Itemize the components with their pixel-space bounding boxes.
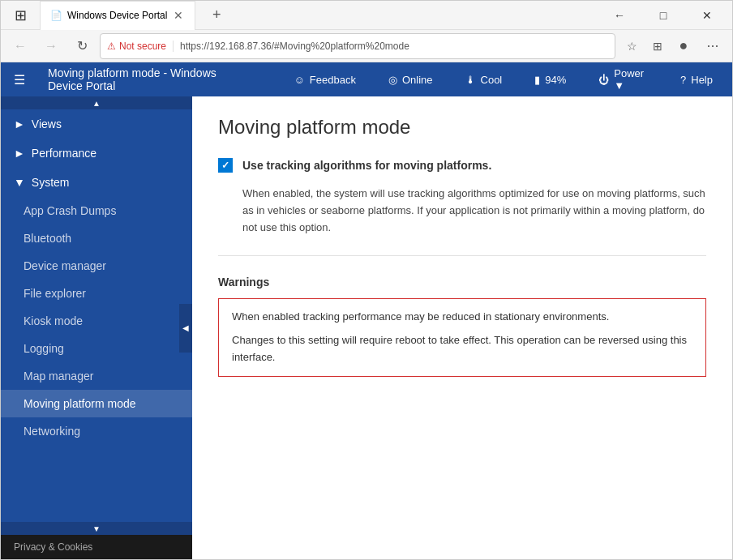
favorites-button[interactable]: ☆	[620, 35, 643, 58]
feedback-button[interactable]: ☺ Feedback	[288, 71, 362, 89]
warnings-title: Warnings	[218, 276, 706, 289]
nav-section: ► Views ► Performance ▼ System App	[1, 109, 192, 445]
networking-label: Networking	[24, 425, 80, 438]
feedback-icon: ☺	[294, 74, 305, 86]
app-header-title: Moving platform mode - Windows Device Po…	[48, 66, 249, 92]
temp-icon: 🌡	[465, 74, 476, 86]
help-icon: ?	[680, 74, 686, 86]
online-icon: ◎	[388, 74, 397, 86]
online-status: ◎ Online	[382, 71, 439, 89]
battery-label: 94%	[545, 74, 566, 86]
sidebar-item-views[interactable]: ► Views	[1, 109, 192, 139]
nav-bar: ← → ↻ ⚠ Not secure https://192.168.87.36…	[1, 30, 732, 62]
online-label: Online	[402, 74, 433, 86]
temp-label: Cool	[481, 74, 503, 86]
battery-icon: ▮	[534, 74, 540, 86]
window-controls: ⊞	[7, 3, 33, 28]
map-manager-label: Map manager	[24, 370, 93, 383]
scroll-up-arrow[interactable]: ▲	[1, 96, 192, 109]
tab-favicon: 📄	[50, 10, 62, 21]
main-content: Moving platform mode Use tracking algori…	[192, 96, 732, 559]
power-button[interactable]: ⏻ Power ▼	[592, 64, 654, 95]
new-tab-btn[interactable]: +	[202, 1, 231, 30]
nav-icons: ☆ ⊞ ●	[620, 35, 695, 58]
maximize-button[interactable]: □	[645, 3, 682, 28]
tracking-checkbox-label: Use tracking algorithms for moving platf…	[242, 159, 491, 172]
system-arrow-icon: ▼	[14, 176, 25, 189]
profile-button[interactable]: ●	[672, 35, 695, 58]
app-crash-dumps-label: App Crash Dumps	[24, 204, 116, 217]
tracking-checkbox[interactable]	[218, 158, 233, 173]
security-badge: ⚠ Not secure	[107, 41, 174, 52]
bluetooth-label: Bluetooth	[24, 232, 71, 245]
warning-icon: ⚠	[107, 41, 116, 52]
app-frame: ☰ Moving platform mode - Windows Device …	[1, 62, 732, 559]
moving-platform-mode-label: Moving platform mode	[24, 397, 136, 410]
privacy-cookies-label: Privacy & Cookies	[14, 541, 92, 553]
warning-box: When enabled tracking performance may be…	[218, 298, 706, 376]
kiosk-mode-label: Kiosk mode	[24, 314, 83, 327]
system-label: System	[32, 176, 70, 189]
help-button[interactable]: ? Help	[674, 71, 719, 89]
warning-line-1: When enabled tracking performance may be…	[232, 309, 692, 326]
refresh-button[interactable]: ↻	[69, 33, 95, 59]
temp-indicator: 🌡 Cool	[459, 71, 509, 89]
minimize-button[interactable]: ←	[601, 3, 638, 28]
title-bar: ⊞ 📄 Windows Device Portal ✕ + ← □ ✕	[1, 1, 732, 30]
sidebar-item-map-manager[interactable]: Map manager	[1, 362, 192, 390]
warning-line-2: Changes to this setting will require reb…	[232, 332, 692, 366]
browser-tab[interactable]: 📄 Windows Device Portal ✕	[40, 1, 195, 30]
sidebar-collapse-button[interactable]: ◀	[179, 304, 192, 353]
hamburger-menu[interactable]: ☰	[14, 72, 25, 88]
file-explorer-label: File explorer	[24, 287, 86, 300]
sidebar-item-kiosk-mode[interactable]: Kiosk mode	[1, 307, 192, 335]
performance-label: Performance	[32, 147, 96, 160]
power-icon: ⏻	[598, 74, 609, 86]
privacy-cookies-link[interactable]: Privacy & Cookies	[1, 535, 192, 559]
app-header: ☰ Moving platform mode - Windows Device …	[1, 62, 732, 96]
tab-close-button[interactable]: ✕	[172, 7, 185, 24]
forward-button[interactable]: →	[38, 33, 64, 59]
sidebar-item-bluetooth[interactable]: Bluetooth	[1, 224, 192, 252]
views-label: Views	[32, 118, 62, 130]
security-label: Not secure	[119, 41, 166, 52]
sidebar-item-networking[interactable]: Networking	[1, 417, 192, 445]
sidebar-item-moving-platform-mode[interactable]: Moving platform mode	[1, 390, 192, 417]
logging-label: Logging	[24, 342, 64, 355]
power-label: Power ▼	[614, 67, 648, 92]
battery-indicator: ▮ 94%	[528, 71, 572, 89]
tracking-checkbox-row: Use tracking algorithms for moving platf…	[218, 158, 706, 173]
app-body: ▲ ► Views ► Performance ▼ Sy	[1, 96, 732, 559]
sidebar-item-device-manager[interactable]: Device manager	[1, 252, 192, 280]
feedback-label: Feedback	[310, 74, 356, 86]
back-button[interactable]: ←	[7, 33, 33, 59]
settings-menu-button[interactable]: ···	[700, 33, 726, 59]
sidebar: ▲ ► Views ► Performance ▼ Sy	[1, 96, 192, 559]
sidebar-item-file-explorer[interactable]: File explorer	[1, 280, 192, 307]
page-title: Moving platform mode	[218, 116, 706, 139]
performance-arrow-icon: ►	[14, 147, 25, 160]
tab-title: Windows Device Portal	[67, 10, 167, 21]
collapse-icon: ◀	[182, 323, 189, 332]
browser-window: ⊞ 📄 Windows Device Portal ✕ + ← □ ✕ ← → …	[0, 0, 733, 560]
sidebar-item-performance[interactable]: ► Performance	[1, 139, 192, 168]
collections-button[interactable]: ⊞	[646, 35, 669, 58]
new-tab-button[interactable]: ⊞	[7, 3, 33, 28]
device-manager-label: Device manager	[24, 259, 106, 272]
close-button[interactable]: ✕	[688, 3, 726, 28]
sidebar-item-logging[interactable]: Logging	[1, 335, 192, 362]
sidebar-item-system[interactable]: ▼ System	[1, 168, 192, 197]
address-bar[interactable]: ⚠ Not secure https://192.168.87.36/#Movi…	[100, 33, 615, 59]
description-text: When enabled, the system will use tracki…	[242, 186, 706, 236]
sidebar-item-app-crash-dumps[interactable]: App Crash Dumps	[1, 197, 192, 224]
scroll-down-arrow[interactable]: ▼	[1, 522, 192, 535]
section-divider	[218, 255, 706, 256]
sidebar-nav: ► Views ► Performance ▼ System App	[1, 109, 192, 522]
views-arrow-icon: ►	[14, 118, 25, 130]
help-label: Help	[691, 74, 713, 86]
url-display: https://192.168.87.36/#Moving%20platform…	[180, 41, 409, 52]
